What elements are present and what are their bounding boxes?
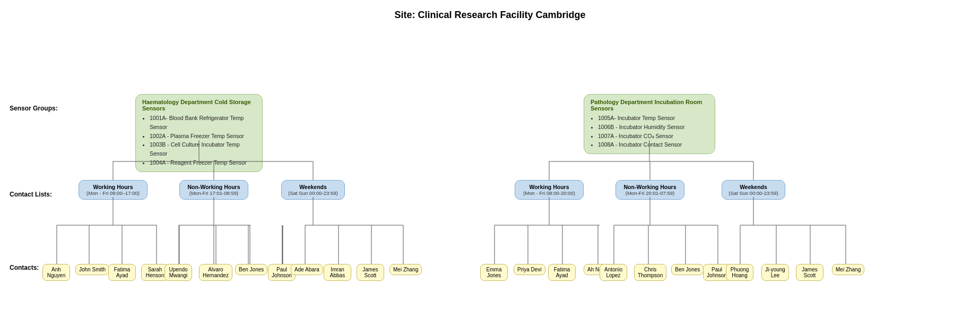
contact-21: Phuong Hoang [726, 264, 753, 281]
contact-11: James Scott [357, 264, 384, 281]
contact-list-1[interactable]: Working Hours (Mon - Fri 09:00–17:00) [79, 180, 148, 200]
contact-13: Emma Jones [480, 264, 508, 281]
contact-9: Ade Abara [291, 264, 323, 275]
contact-1: Anh Nguyen [42, 264, 70, 281]
contact-19: Ben Jones [671, 264, 704, 275]
contact-list-3[interactable]: Weekends (Sat Sun 00:00-23:59) [281, 180, 345, 200]
contact-3: Fatima Ayad [108, 264, 136, 281]
contact-list-4[interactable]: Working Hours (Mon - Fri 08:00-20:00) [515, 180, 584, 200]
contact-22: Ji-young Lee [761, 264, 789, 281]
contact-lists-label: Contact Lists: [10, 191, 52, 198]
contact-list-6[interactable]: Weekends (Sat Sun 00:00-23:59) [722, 180, 785, 200]
contact-5: Upendo Mwangi [164, 264, 192, 281]
contact-6: Alvaro Hernandez [199, 264, 232, 281]
contact-list-2[interactable]: Non-Working Hours (Mon-Fri 17:01-08:59) [179, 180, 248, 200]
contact-17: Antonio Lopez [600, 264, 627, 281]
contact-list-5[interactable]: Non-Working Hours (Mon-Fri 20:01-07:59) [615, 180, 684, 200]
contacts-label: Contacts: [10, 264, 39, 271]
contact-12: Mei Zhang [389, 264, 422, 275]
contact-7: Ben Jones [235, 264, 267, 275]
contact-24: Mei Zhang [832, 264, 864, 275]
contact-10: Imran Abbas [324, 264, 351, 281]
sensor-groups-label: Sensor Groups: [10, 105, 58, 112]
contact-14: Priya Devi [514, 264, 545, 275]
page-title: Site: Clinical Research Facility Cambrid… [0, 0, 980, 26]
contact-15: Fatima Ayad [548, 264, 576, 281]
sensor-group-1: Haematology Department Cold Storage Sens… [135, 94, 263, 172]
sensor-group-2: Pathology Department Incubation Room Sen… [584, 94, 715, 154]
contact-23: James Scott [796, 264, 823, 281]
contact-2: John Smith [75, 264, 109, 275]
contact-18: Chris Thompson [634, 264, 666, 281]
